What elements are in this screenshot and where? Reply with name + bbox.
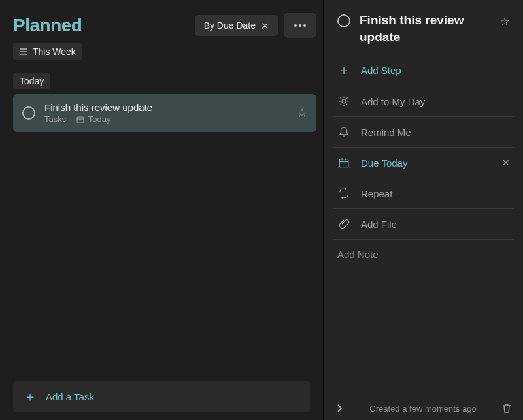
- sort-label: By Due Date: [204, 20, 256, 31]
- star-button[interactable]: ☆: [297, 106, 307, 120]
- more-icon: [294, 24, 306, 27]
- detail-header: Finish this review update ☆: [333, 12, 514, 54]
- task-due-label: Today: [88, 114, 111, 124]
- task-title: Finish this review update: [44, 102, 288, 113]
- detail-panel: Finish this review update ☆ ＋ Add Step A…: [324, 0, 523, 420]
- bell-icon: [337, 126, 350, 138]
- svg-line-15: [340, 104, 341, 105]
- svg-line-14: [346, 104, 348, 105]
- detail-title[interactable]: Finish this review update: [360, 12, 490, 45]
- meta-separator: ·: [70, 114, 73, 124]
- hide-panel-button[interactable]: [335, 404, 344, 413]
- detail-star-button[interactable]: ☆: [499, 14, 510, 29]
- svg-point-8: [342, 99, 346, 103]
- clear-sort-icon[interactable]: ✕: [261, 21, 269, 31]
- add-file-row[interactable]: Add File: [333, 208, 514, 239]
- chevron-right-icon: [335, 404, 344, 413]
- sort-chip[interactable]: By Due Date ✕: [195, 15, 278, 36]
- svg-line-13: [340, 98, 341, 99]
- due-row[interactable]: Due Today ✕: [333, 147, 514, 178]
- repeat-row[interactable]: Repeat: [333, 178, 514, 208]
- filter-chip[interactable]: This Week: [13, 43, 82, 60]
- remind-row[interactable]: Remind Me: [333, 116, 514, 147]
- more-button[interactable]: [284, 13, 316, 38]
- trash-icon: [502, 403, 511, 413]
- sun-icon: [337, 95, 350, 107]
- main-header: Planned By Due Date ✕: [13, 13, 316, 38]
- task-body: Finish this review update Tasks · Today: [44, 102, 288, 124]
- calendar-icon: [76, 116, 84, 123]
- section-label[interactable]: Today: [13, 73, 50, 89]
- filter-row: This Week: [13, 43, 316, 60]
- due-label: Due Today: [361, 157, 492, 169]
- add-file-label: Add File: [361, 219, 510, 230]
- plus-icon: ＋: [24, 390, 37, 403]
- svg-point-1: [299, 24, 301, 27]
- delete-button[interactable]: [502, 403, 511, 413]
- clear-due-button[interactable]: ✕: [502, 157, 510, 168]
- page-title: Planned: [13, 15, 190, 36]
- remind-label: Remind Me: [361, 127, 510, 138]
- add-step-label: Add Step: [361, 65, 510, 76]
- add-task-placeholder: Add a Task: [46, 391, 94, 402]
- task-list-name: Tasks: [44, 114, 66, 124]
- plus-icon: ＋: [337, 63, 350, 76]
- main-panel: Planned By Due Date ✕ This Week Today Fi…: [0, 0, 323, 420]
- svg-rect-18: [339, 159, 348, 167]
- task-meta: Tasks · Today: [44, 114, 288, 124]
- note-placeholder: Add Note: [337, 249, 379, 260]
- task-row[interactable]: Finish this review update Tasks · Today …: [13, 94, 316, 132]
- created-meta: Created a few moments ago: [352, 404, 494, 413]
- note-input[interactable]: Add Note: [333, 239, 514, 269]
- svg-rect-6: [77, 117, 84, 123]
- svg-line-16: [346, 98, 348, 99]
- add-myday-row[interactable]: Add to My Day: [333, 86, 514, 116]
- detail-complete-checkbox[interactable]: [337, 14, 350, 27]
- repeat-label: Repeat: [361, 188, 510, 199]
- list-icon: [20, 48, 27, 55]
- complete-checkbox[interactable]: [22, 106, 35, 120]
- attachment-icon: [337, 218, 350, 230]
- add-myday-label: Add to My Day: [361, 96, 510, 107]
- filter-label: This Week: [33, 46, 76, 57]
- add-task-input[interactable]: ＋ Add a Task: [13, 381, 310, 412]
- section-header: Today: [13, 73, 316, 89]
- calendar-icon: [337, 157, 350, 169]
- svg-point-2: [303, 24, 306, 27]
- svg-point-0: [294, 24, 297, 27]
- add-step-row[interactable]: ＋ Add Step: [333, 54, 514, 86]
- detail-footer: Created a few moments ago: [333, 398, 514, 413]
- repeat-icon: [337, 187, 350, 199]
